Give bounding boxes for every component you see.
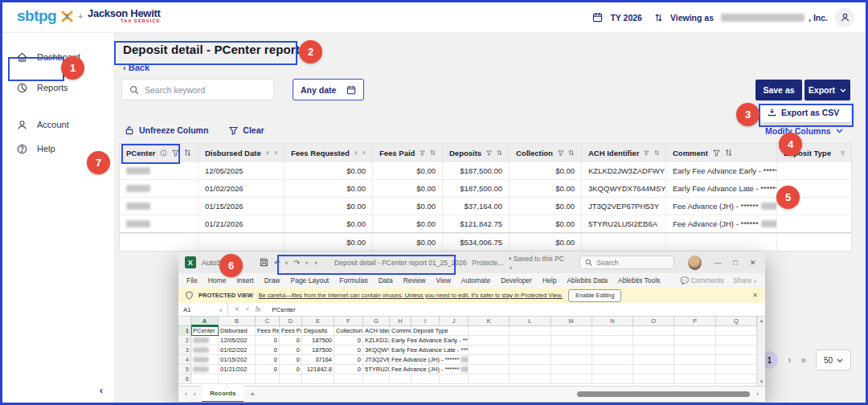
- cell-d3[interactable]: 0: [280, 346, 302, 355]
- cell-d2[interactable]: 0: [280, 336, 302, 346]
- cell-b1[interactable]: Disbursed: [219, 326, 256, 336]
- row-header-4[interactable]: 4: [178, 355, 191, 365]
- next-page-button[interactable]: ›: [788, 354, 791, 366]
- back-link[interactable]: ‹ Back: [123, 63, 149, 72]
- sort-icon[interactable]: [274, 149, 277, 157]
- cell-d4[interactable]: 0: [280, 355, 302, 365]
- cell-g1[interactable]: ACH Identi: [363, 326, 390, 336]
- excel-search-box[interactable]: Search: [579, 256, 674, 269]
- empty-cell[interactable]: [633, 336, 674, 346]
- search-input[interactable]: Search keyword: [121, 79, 274, 100]
- column-header-D[interactable]: D: [280, 317, 302, 326]
- sidebar-collapse-chevron[interactable]: ‹: [100, 384, 103, 396]
- cell-f1[interactable]: Collection: [334, 326, 363, 336]
- filter-funnel-icon[interactable]: [266, 149, 269, 157]
- cancel-entry-icon[interactable]: ✕: [235, 306, 240, 313]
- cell-c2[interactable]: 0: [256, 336, 280, 346]
- empty-cell[interactable]: [510, 326, 551, 336]
- cell-e5[interactable]: 121842.8: [302, 365, 334, 374]
- empty-cell[interactable]: [592, 346, 633, 355]
- cell-a2[interactable]: [191, 336, 219, 346]
- saved-status[interactable]: • Saved to this PC ∨: [509, 255, 564, 271]
- empty-cell[interactable]: [510, 374, 551, 384]
- excel-menu-data[interactable]: Data: [379, 276, 393, 284]
- excel-menu-insert[interactable]: Insert: [236, 276, 253, 284]
- empty-cell[interactable]: [674, 346, 715, 355]
- filter-funnel-icon[interactable]: [420, 149, 425, 157]
- clear-filters-button[interactable]: Clear: [229, 125, 264, 135]
- close-icon[interactable]: ✕: [747, 259, 759, 267]
- modify-columns-link[interactable]: Modify Columns: [765, 126, 843, 136]
- empty-cell[interactable]: [716, 374, 757, 384]
- info-icon[interactable]: [160, 149, 167, 157]
- cell-e1[interactable]: Deposits: [302, 326, 334, 336]
- cell-h3[interactable]: Early Fee Advance Late - *****: [390, 346, 469, 355]
- excel-menu-ablebits-tools[interactable]: Ablebits Tools: [618, 276, 660, 284]
- column-header-Q[interactable]: Q: [716, 317, 757, 326]
- cell-c4[interactable]: 0: [256, 355, 280, 365]
- column-header-C[interactable]: C: [256, 317, 280, 326]
- cell-b4[interactable]: 01/15/202: [219, 355, 256, 365]
- empty-cell[interactable]: [633, 346, 674, 355]
- empty-cell[interactable]: [716, 355, 757, 365]
- export-as-csv-menuitem[interactable]: Export as CSV: [760, 102, 851, 122]
- empty-cell[interactable]: [510, 365, 551, 374]
- undo-icon[interactable]: ↶∨: [274, 259, 289, 267]
- tax-year-label[interactable]: TY 2026: [610, 13, 642, 22]
- empty-cell[interactable]: [191, 374, 219, 384]
- cell-e4[interactable]: 37164: [302, 355, 334, 365]
- sort-icon[interactable]: [362, 149, 366, 157]
- empty-cell[interactable]: [592, 336, 633, 346]
- row-header-1[interactable]: 1: [178, 326, 191, 336]
- column-header-P[interactable]: P: [674, 317, 715, 326]
- switch-account-icon[interactable]: [654, 13, 663, 22]
- empty-cell[interactable]: [633, 355, 674, 365]
- fx-icon[interactable]: fx: [256, 305, 261, 313]
- excel-menu-ablebits-data[interactable]: Ablebits Data: [567, 276, 608, 284]
- excel-menu-draw[interactable]: Draw: [264, 276, 280, 284]
- cell-a3[interactable]: [191, 346, 219, 355]
- cell-g5[interactable]: 5TYRU2LU: [363, 365, 390, 374]
- maximize-icon[interactable]: □: [730, 259, 742, 267]
- cell-d1[interactable]: Fees Paid: [280, 326, 302, 336]
- sort-icon[interactable]: [725, 149, 732, 157]
- empty-cell[interactable]: [411, 374, 440, 384]
- banner-close-icon[interactable]: ✕: [752, 292, 758, 299]
- empty-cell[interactable]: [592, 355, 633, 365]
- empty-cell[interactable]: [469, 374, 510, 384]
- empty-cell[interactable]: [302, 374, 334, 384]
- filter-funnel-icon[interactable]: [713, 149, 720, 157]
- confirm-entry-icon[interactable]: ✓: [245, 306, 250, 313]
- cell-e3[interactable]: 187500: [302, 346, 334, 355]
- excel-menu-developer[interactable]: Developer: [501, 276, 532, 284]
- cell-a5[interactable]: [191, 365, 219, 374]
- excel-menu-home[interactable]: Home: [208, 276, 227, 284]
- empty-cell[interactable]: [256, 374, 280, 384]
- add-sheet-button[interactable]: +: [250, 390, 255, 399]
- empty-cell[interactable]: [510, 355, 551, 365]
- empty-cell[interactable]: [716, 365, 757, 374]
- empty-cell[interactable]: [469, 355, 510, 365]
- select-all-corner[interactable]: [178, 317, 191, 326]
- comments-button[interactable]: 💬 Comments: [680, 276, 723, 284]
- column-header-M[interactable]: M: [551, 317, 592, 326]
- filter-funnel-icon[interactable]: [644, 149, 649, 157]
- empty-cell[interactable]: [363, 374, 390, 384]
- column-header-G[interactable]: G: [363, 317, 390, 326]
- column-header-H[interactable]: H: [390, 317, 411, 326]
- sort-icon[interactable]: [184, 149, 191, 157]
- filter-funnel-icon[interactable]: [354, 149, 358, 157]
- sidebar-item-dashboard[interactable]: Dashboard: [2, 45, 114, 69]
- excel-menu-file[interactable]: File: [186, 276, 198, 284]
- cell-h1[interactable]: Comment: [390, 326, 411, 336]
- empty-cell[interactable]: [674, 374, 715, 384]
- column-header-N[interactable]: N: [592, 317, 633, 326]
- empty-cell[interactable]: [551, 336, 592, 346]
- cell-h2[interactable]: Early Fee Advance Early - *****: [390, 336, 469, 346]
- column-header-O[interactable]: O: [633, 317, 674, 326]
- empty-cell[interactable]: [219, 374, 256, 384]
- share-button[interactable]: Share ∨: [734, 276, 757, 284]
- sidebar-item-account[interactable]: Account: [2, 112, 114, 137]
- cell-a4[interactable]: [191, 355, 219, 365]
- empty-cell[interactable]: [674, 355, 715, 365]
